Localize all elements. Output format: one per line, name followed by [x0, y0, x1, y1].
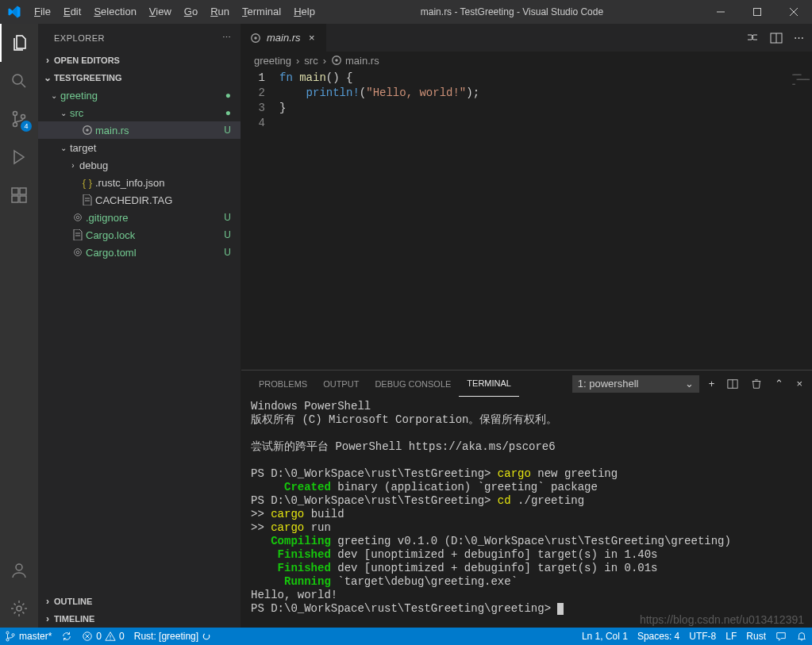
- breadcrumb-greeting[interactable]: greeting: [254, 55, 291, 67]
- file-cachedir[interactable]: CACHEDIR.TAG: [38, 191, 241, 209]
- workspace-label: TESTGREETING: [54, 73, 122, 83]
- svg-point-30: [335, 59, 338, 62]
- activity-extensions[interactable]: [0, 176, 38, 214]
- status-notifications[interactable]: [791, 628, 812, 645]
- svg-rect-11: [20, 196, 26, 202]
- file-icon: [79, 194, 95, 205]
- status-sync[interactable]: [56, 628, 77, 645]
- folder-label: debug: [79, 159, 234, 171]
- svg-rect-1: [754, 9, 761, 16]
- status-feedback[interactable]: [771, 628, 791, 645]
- activity-settings[interactable]: [0, 589, 38, 628]
- status-bar: master* 0 0 Rust: [greeting] Ln 1, Col 1…: [0, 628, 812, 645]
- menu-go[interactable]: Go: [178, 0, 204, 24]
- status-indent[interactable]: Spaces: 4: [633, 628, 684, 645]
- breadcrumb-main-rs[interactable]: main.rs: [331, 55, 379, 67]
- status-branch[interactable]: master*: [0, 628, 56, 645]
- file-gitignore[interactable]: .gitignore U: [38, 209, 241, 226]
- json-file-icon: { }: [79, 177, 95, 189]
- breadcrumb-src[interactable]: src: [304, 55, 317, 67]
- svg-point-33: [6, 632, 9, 634]
- file-rustc-info[interactable]: { } .rustc_info.json: [38, 174, 241, 191]
- file-cargo-lock[interactable]: Cargo.lock U: [38, 226, 241, 244]
- git-dot-icon: ●: [225, 107, 234, 118]
- status-problems[interactable]: 0 0: [77, 628, 129, 645]
- svg-line-5: [21, 83, 25, 87]
- workspace-section[interactable]: ⌄ TESTGREETING: [38, 69, 241, 86]
- close-panel-icon[interactable]: ×: [796, 378, 802, 390]
- folder-target[interactable]: ⌄ target: [38, 139, 241, 156]
- maximize-panel-icon[interactable]: ⌃: [775, 378, 783, 390]
- svg-point-16: [86, 129, 89, 132]
- menu-run[interactable]: Run: [204, 0, 236, 24]
- open-editors-section[interactable]: › OPEN EDITORS: [38, 52, 241, 69]
- file-label: CACHEDIR.TAG: [95, 194, 234, 206]
- file-cargo-toml[interactable]: Cargo.toml U: [38, 244, 241, 261]
- new-terminal-icon[interactable]: +: [709, 378, 715, 390]
- bottom-panel: PROBLEMS OUTPUT DEBUG CONSOLE TERMINAL 1…: [241, 370, 812, 628]
- menu-edit[interactable]: Edit: [57, 0, 87, 24]
- activity-explorer[interactable]: [0, 24, 38, 62]
- title-bar: File Edit Selection View Go Run Terminal…: [0, 0, 812, 24]
- maximize-button[interactable]: [739, 0, 775, 24]
- compare-changes-icon[interactable]: [746, 32, 759, 44]
- minimap[interactable]: ▬▬▬▬ ▬▬▬▬▬▬▬: [792, 72, 809, 86]
- panel-tab-terminal[interactable]: TERMINAL: [459, 370, 519, 397]
- explorer-sidebar: EXPLORER ⋯ › OPEN EDITORS ⌄ TESTGREETING…: [38, 24, 241, 628]
- menu-selection[interactable]: Selection: [87, 0, 142, 24]
- status-rust[interactable]: Rust: [greeting]: [129, 628, 216, 645]
- status-language[interactable]: Rust: [741, 628, 771, 645]
- svg-point-4: [13, 75, 22, 84]
- menu-file[interactable]: File: [28, 0, 57, 24]
- git-status: U: [224, 125, 234, 136]
- tab-main-rs[interactable]: main.rs ×: [241, 24, 327, 52]
- code-editor[interactable]: 1 2 3 4 fn main() { println!("Hello, wor…: [241, 69, 812, 370]
- terminal-selector-label: 1: powershell: [578, 378, 639, 390]
- status-cursor-pos[interactable]: Ln 1, Col 1: [577, 628, 633, 645]
- status-eol[interactable]: LF: [721, 628, 741, 645]
- main-area: 4 EXPLORER ⋯ › OPEN EDITORS: [0, 24, 812, 628]
- chevron-right-icon: ›: [41, 613, 54, 624]
- chevron-right-icon: ›: [41, 55, 54, 66]
- menu-help[interactable]: Help: [287, 0, 321, 24]
- tab-close-icon[interactable]: ×: [306, 32, 318, 44]
- split-editor-icon[interactable]: [770, 32, 783, 44]
- git-status: U: [224, 247, 234, 258]
- timeline-section[interactable]: › TIMELINE: [38, 610, 241, 628]
- menu-terminal[interactable]: Terminal: [236, 0, 287, 24]
- activity-search[interactable]: [0, 62, 38, 100]
- more-actions-icon[interactable]: ⋯: [794, 32, 804, 44]
- line-numbers: 1 2 3 4: [241, 71, 279, 370]
- activity-source-control[interactable]: 4: [0, 100, 38, 138]
- svg-rect-9: [12, 188, 18, 194]
- activity-run[interactable]: [0, 138, 38, 176]
- folder-debug[interactable]: › debug: [38, 156, 241, 174]
- folder-greeting[interactable]: ⌄ greeting ●: [38, 86, 241, 104]
- panel-tab-debug-console[interactable]: DEBUG CONSOLE: [367, 370, 459, 397]
- activity-accounts[interactable]: [0, 551, 38, 589]
- terminal-content[interactable]: Windows PowerShell版权所有 (C) Microsoft Cor…: [241, 397, 812, 628]
- file-icon: [70, 229, 86, 240]
- panel-tab-problems[interactable]: PROBLEMS: [251, 370, 315, 397]
- folder-src[interactable]: ⌄ src ●: [38, 104, 241, 121]
- close-button[interactable]: [775, 0, 812, 24]
- files-icon: [10, 33, 29, 52]
- gear-file-icon: [70, 247, 86, 258]
- minimize-button[interactable]: [702, 0, 739, 24]
- kill-terminal-icon[interactable]: [751, 378, 762, 390]
- panel-tabs: PROBLEMS OUTPUT DEBUG CONSOLE TERMINAL 1…: [241, 370, 812, 397]
- file-main-rs[interactable]: main.rs U: [38, 121, 241, 139]
- split-terminal-icon[interactable]: [727, 378, 738, 390]
- terminal-selector[interactable]: 1: powershell ⌄: [572, 375, 699, 393]
- panel-tab-output[interactable]: OUTPUT: [315, 370, 367, 397]
- warning-icon: [105, 631, 116, 642]
- folder-label: src: [70, 107, 225, 119]
- menu-view[interactable]: View: [143, 0, 178, 24]
- bell-icon: [796, 631, 807, 642]
- explorer-more-icon[interactable]: ⋯: [222, 33, 232, 43]
- chevron-down-icon: ⌄: [57, 109, 70, 117]
- status-encoding[interactable]: UTF-8: [684, 628, 721, 645]
- code-content[interactable]: fn main() { println!("Hello, world!"); }: [279, 71, 812, 370]
- outline-section[interactable]: › OUTLINE: [38, 593, 241, 610]
- git-status: U: [224, 212, 234, 223]
